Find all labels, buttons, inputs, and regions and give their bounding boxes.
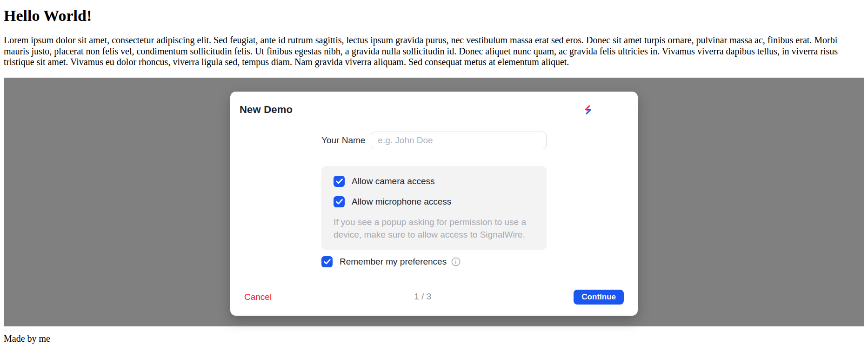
page-title: Hello World! [4,7,864,25]
check-icon [336,199,343,205]
permissions-hint-text: If you see a popup asking for permission… [334,216,534,241]
microphone-access-row: Allow microphone access [334,196,534,207]
page: Hello World! Lorem ipsum dolor sit amet,… [0,7,868,344]
cancel-button[interactable]: Cancel [244,292,272,302]
name-input[interactable] [371,132,547,149]
name-field-row: Your Name [321,132,547,149]
new-demo-dialog: New Demo Your Name [230,92,638,316]
remember-preferences-row: Remember my preferences [321,256,547,267]
microphone-access-checkbox[interactable] [334,196,345,207]
step-indicator-wrap: 1 / 3 [272,292,574,303]
continue-button[interactable]: Continue [574,290,624,305]
camera-access-checkbox[interactable] [334,176,345,187]
dialog-title: New Demo [240,104,293,115]
check-icon [324,259,331,265]
intro-paragraph: Lorem ipsum dolor sit amet, consectetur … [4,35,864,68]
dialog-footer: Cancel 1 / 3 Continue [230,290,638,316]
info-icon[interactable] [451,257,461,266]
microphone-access-label: Allow microphone access [352,197,451,207]
remember-preferences-label: Remember my preferences [340,257,447,267]
signalwire-icon [583,105,593,115]
check-icon [336,179,343,184]
step-indicator: 1 / 3 [414,292,431,302]
permissions-panel: Allow camera access Allow microphone acc… [321,166,547,250]
demo-overlay-area: New Demo Your Name [4,78,864,326]
name-field-label: Your Name [321,135,365,146]
dialog-header: New Demo [230,104,638,117]
made-by-note: Made by me [4,333,864,344]
remember-preferences-checkbox[interactable] [321,256,333,267]
camera-access-label: Allow camera access [352,176,434,186]
dialog-body: Your Name Allow camera access [321,117,547,267]
camera-access-row: Allow camera access [334,176,534,187]
